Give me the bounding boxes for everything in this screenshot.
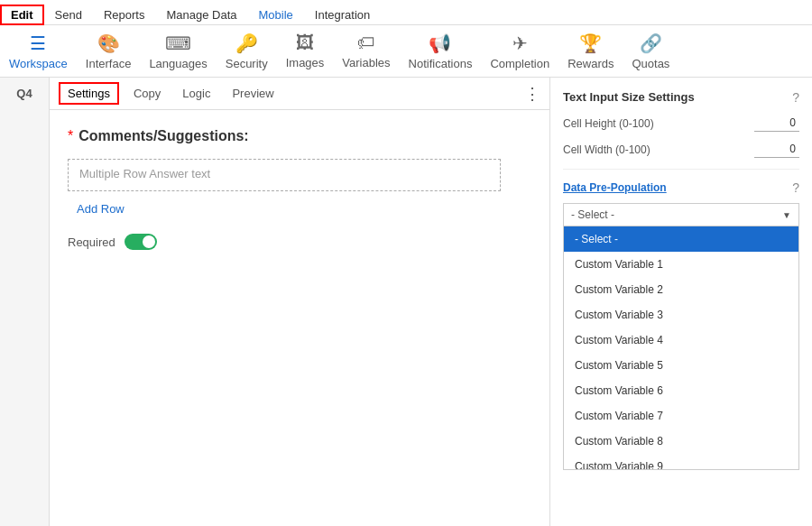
toolbar-interface[interactable]: 🎨 Interface	[86, 32, 132, 70]
workspace-icon: ☰	[30, 32, 46, 54]
toolbar-workspace-label: Workspace	[9, 57, 68, 70]
toolbar-rewards-label: Rewards	[567, 57, 614, 70]
menu-item-mobile[interactable]: Mobile	[248, 5, 304, 25]
menu-bar: Edit Send Reports Manage Data Mobile Int…	[0, 0, 812, 25]
text-input-size-section: ? Text Input Size Settings Cell Height (…	[563, 90, 799, 158]
variables-icon: 🏷	[357, 32, 375, 53]
toolbar-notifications-label: Notifications	[409, 57, 473, 70]
right-panel-content: ? Text Input Size Settings Cell Height (…	[550, 78, 812, 526]
question-number: Q4	[16, 87, 32, 100]
dropdown-item-cv9[interactable]: Custom Variable 9	[564, 454, 798, 470]
dropdown-item-select[interactable]: - Select -	[564, 226, 798, 252]
toolbar-quotas[interactable]: 🔗 Quotas	[632, 32, 669, 70]
interface-icon: 🎨	[97, 32, 120, 54]
toolbar-images-label: Images	[286, 56, 325, 69]
dropdown-item-cv2[interactable]: Custom Variable 2	[564, 277, 798, 302]
toolbar-completion[interactable]: ✈ Completion	[490, 32, 549, 70]
languages-icon: ⌨	[165, 32, 191, 54]
tab-settings[interactable]: Settings	[59, 82, 119, 105]
notifications-icon: 📢	[429, 32, 451, 54]
dropdown-item-cv8[interactable]: Custom Variable 8	[564, 429, 798, 454]
toolbar-workspace[interactable]: ☰ Workspace	[9, 32, 68, 70]
menu-item-edit[interactable]: Edit	[0, 5, 44, 25]
rewards-icon: 🏆	[579, 32, 602, 54]
right-panel: ? Text Input Size Settings Cell Height (…	[550, 78, 812, 526]
answer-placeholder-text: Multiple Row Answer text	[79, 167, 210, 180]
question-title: * Comments/Suggestions:	[68, 128, 531, 144]
dropdown-item-cv1[interactable]: Custom Variable 1	[564, 252, 798, 277]
toolbar-security[interactable]: 🔑 Security	[226, 32, 268, 70]
tab-bar: Settings Copy Logic Preview ⋮	[50, 78, 549, 110]
cell-width-label: Cell Width (0-100)	[563, 143, 745, 156]
answer-text-area[interactable]: Multiple Row Answer text	[68, 159, 501, 191]
required-row: Required	[68, 234, 531, 250]
toolbar-notifications[interactable]: 📢 Notifications	[409, 32, 473, 70]
dropdown-item-cv6[interactable]: Custom Variable 6	[564, 378, 798, 403]
toolbar-variables-label: Variables	[342, 56, 390, 69]
toolbar-images[interactable]: 🖼 Images	[286, 32, 325, 69]
toolbar: ☰ Workspace 🎨 Interface ⌨ Languages 🔑 Se…	[0, 25, 812, 78]
dropdown-item-cv5[interactable]: Custom Variable 5	[564, 353, 798, 378]
cell-width-input[interactable]	[754, 141, 799, 158]
tab-logic[interactable]: Logic	[175, 84, 217, 103]
cell-width-row: Cell Width (0-100)	[563, 141, 799, 158]
toolbar-rewards[interactable]: 🏆 Rewards	[567, 32, 614, 70]
select-trigger[interactable]: - Select - ▼	[563, 203, 799, 226]
left-sidebar: Q4	[0, 78, 50, 526]
menu-item-reports[interactable]: Reports	[93, 5, 156, 25]
panel-divider	[563, 169, 799, 170]
cell-height-label: Cell Height (0-100)	[563, 117, 745, 130]
required-toggle[interactable]	[125, 234, 157, 250]
toolbar-quotas-label: Quotas	[632, 57, 669, 70]
toolbar-languages-label: Languages	[149, 57, 207, 70]
completion-icon: ✈	[512, 32, 528, 54]
dropdown-item-cv3[interactable]: Custom Variable 3	[564, 302, 798, 328]
data-prepopulation-section: ? Data Pre-Population - Select - ▼ - Sel…	[563, 180, 799, 470]
help-icon-prepop[interactable]: ?	[792, 180, 799, 195]
dropdown-item-cv7[interactable]: Custom Variable 7	[564, 403, 798, 429]
toolbar-security-label: Security	[226, 57, 268, 70]
menu-item-managedata[interactable]: Manage Data	[155, 5, 247, 25]
images-icon: 🖼	[296, 32, 314, 53]
tab-copy[interactable]: Copy	[126, 84, 168, 103]
center-content: Settings Copy Logic Preview ⋮ * Comments…	[50, 78, 550, 526]
add-row-button[interactable]: Add Row	[77, 202, 531, 216]
dropdown-list: - Select - Custom Variable 1 Custom Vari…	[563, 226, 799, 470]
required-star: *	[68, 128, 73, 144]
cell-height-input[interactable]	[754, 115, 799, 132]
question-text: Comments/Suggestions:	[78, 128, 248, 144]
data-prepop-title: Data Pre-Population	[563, 181, 667, 194]
security-icon: 🔑	[235, 32, 258, 54]
main-layout: Q4 Settings Copy Logic Preview ⋮ * Comme…	[0, 78, 812, 526]
toolbar-languages[interactable]: ⌨ Languages	[149, 32, 207, 70]
toolbar-variables[interactable]: 🏷 Variables	[342, 32, 390, 69]
select-trigger-label: - Select -	[571, 208, 782, 221]
quotas-icon: 🔗	[640, 32, 662, 54]
tab-preview[interactable]: Preview	[225, 84, 281, 103]
section-title-text-size: Text Input Size Settings	[563, 90, 799, 104]
dropdown-item-cv4[interactable]: Custom Variable 4	[564, 328, 798, 353]
help-icon-text-size[interactable]: ?	[792, 90, 799, 105]
tab-more-button[interactable]: ⋮	[524, 84, 540, 104]
required-label: Required	[68, 235, 115, 249]
cell-height-row: Cell Height (0-100)	[563, 115, 799, 132]
toolbar-completion-label: Completion	[490, 57, 549, 70]
menu-item-integration[interactable]: Integration	[304, 5, 381, 25]
dropdown-arrow-icon: ▼	[782, 210, 791, 220]
question-area: * Comments/Suggestions: Multiple Row Ans…	[50, 110, 549, 526]
toolbar-interface-label: Interface	[86, 57, 132, 70]
menu-item-send[interactable]: Send	[44, 5, 93, 25]
